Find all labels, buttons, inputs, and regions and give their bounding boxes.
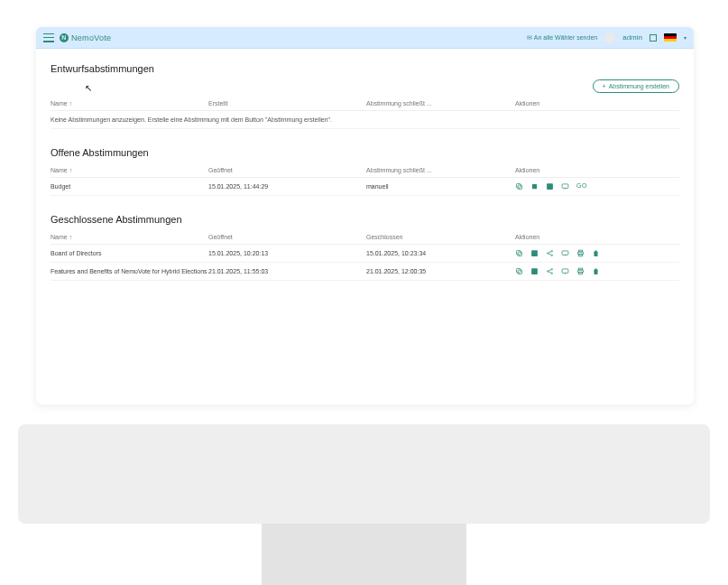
svg-point-19 <box>551 269 553 271</box>
col-closes[interactable]: Abstimmung schließt ... <box>366 100 515 107</box>
copy-icon[interactable] <box>515 249 523 257</box>
copy-icon[interactable] <box>515 182 523 190</box>
col-opened[interactable]: Geöffnet <box>208 167 366 173</box>
cell-name: Board of Directors <box>51 250 208 256</box>
row-actions: GO <box>515 182 679 190</box>
cell-opened: 15.01.2025, 11:44:29 <box>208 183 366 190</box>
svg-rect-7 <box>531 250 538 256</box>
closed-table-header: Name Geöffnet Geschlossen Aktionen <box>51 230 679 245</box>
col-actions: Aktionen <box>515 167 679 173</box>
results-icon[interactable] <box>530 249 539 257</box>
monitor-stand <box>262 524 466 585</box>
delete-icon[interactable] <box>592 267 600 275</box>
print-icon[interactable] <box>576 267 585 275</box>
draft-table-header: Name Erstellt Abstimmung schließt ... Ak… <box>51 97 679 111</box>
svg-rect-6 <box>517 251 521 255</box>
presentation-icon[interactable] <box>561 267 569 275</box>
col-opened[interactable]: Geöffnet <box>208 234 366 240</box>
monitor-bezel <box>18 424 710 524</box>
cell-closed: 21.01.2025, 12:00:35 <box>366 268 515 274</box>
svg-rect-1 <box>517 184 521 189</box>
svg-point-20 <box>551 273 553 274</box>
closed-section-title: Geschlossene Abstimmungen <box>51 214 679 225</box>
col-closes[interactable]: Abstimmung schließt ... <box>366 167 515 173</box>
send-icon: ✉ <box>527 34 532 42</box>
svg-rect-4 <box>562 184 568 189</box>
col-name[interactable]: Name <box>51 167 208 173</box>
svg-rect-16 <box>517 269 521 274</box>
row-actions <box>515 267 679 275</box>
share-icon[interactable] <box>546 267 554 275</box>
open-section-title: Offene Abstimmungen <box>51 147 679 158</box>
svg-point-9 <box>551 251 553 253</box>
svg-rect-2 <box>532 184 537 189</box>
topbar: N NemoVote ✉ An alle Wähler senden admin… <box>36 27 694 49</box>
send-label: An alle Wähler senden <box>534 34 597 41</box>
results-icon[interactable] <box>530 267 539 275</box>
col-created[interactable]: Erstellt <box>208 100 366 107</box>
hamburger-menu-icon[interactable] <box>43 33 54 42</box>
chevron-down-icon[interactable]: ▾ <box>684 34 687 41</box>
flag-de-icon[interactable] <box>664 33 677 42</box>
cell-closed: 15.01.2025, 10:23:34 <box>366 250 515 256</box>
col-actions: Aktionen <box>515 100 679 107</box>
svg-rect-11 <box>562 251 568 255</box>
stop-icon[interactable] <box>530 182 539 190</box>
cell-name: Features and Benefits of NemoVote for Hy… <box>51 268 208 274</box>
create-vote-label: Abstimmung erstellen <box>609 83 669 89</box>
create-vote-button[interactable]: + Abstimmung erstellen <box>593 79 679 93</box>
draft-section-title: Entwurfsabstimmungen <box>51 63 679 74</box>
cell-closes: manuell <box>366 183 515 190</box>
cell-opened: 15.01.2025, 10:20:13 <box>208 250 366 256</box>
cell-name: Budget <box>51 183 208 190</box>
cell-opened: 21.01.2025, 11:55:03 <box>208 268 366 274</box>
brand-logo[interactable]: N NemoVote <box>60 33 111 42</box>
plus-icon: + <box>603 83 606 89</box>
presentation-icon[interactable] <box>561 182 569 190</box>
open-table-header: Name Geöffnet Abstimmung schließt ... Ak… <box>51 163 679 178</box>
results-icon[interactable] <box>546 182 554 190</box>
draft-empty-message: Keine Abstimmungen anzuzeigen. Erstelle … <box>51 111 679 129</box>
svg-rect-5 <box>518 252 522 256</box>
share-icon[interactable] <box>546 249 554 257</box>
app-screen: N NemoVote ✉ An alle Wähler senden admin… <box>36 27 694 404</box>
copy-icon[interactable] <box>515 267 523 275</box>
logo-badge-icon: N <box>60 33 69 42</box>
fullscreen-icon[interactable] <box>650 34 657 42</box>
col-name[interactable]: Name <box>51 100 208 107</box>
svg-point-8 <box>548 253 549 255</box>
row-actions <box>515 249 679 257</box>
col-name[interactable]: Name <box>51 234 208 240</box>
svg-rect-0 <box>518 185 522 190</box>
presentation-icon[interactable] <box>561 249 569 257</box>
svg-point-18 <box>548 271 549 273</box>
table-row: Board of Directors 15.01.2025, 10:20:13 … <box>51 245 679 263</box>
print-icon[interactable] <box>576 249 585 257</box>
delete-icon[interactable] <box>592 249 600 257</box>
col-actions: Aktionen <box>515 234 679 240</box>
svg-rect-21 <box>562 269 568 274</box>
svg-point-10 <box>551 255 553 256</box>
svg-rect-17 <box>531 268 538 274</box>
svg-rect-3 <box>547 183 553 190</box>
avatar-icon[interactable] <box>604 32 615 43</box>
brand-name: NemoVote <box>71 33 111 42</box>
col-closed[interactable]: Geschlossen <box>366 234 515 240</box>
topbar-right: ✉ An alle Wähler senden admin ▾ <box>527 32 687 43</box>
go-button[interactable]: GO <box>576 182 587 190</box>
table-row: Features and Benefits of NemoVote for Hy… <box>51 263 679 281</box>
username[interactable]: admin <box>622 33 642 42</box>
send-to-voters-link[interactable]: ✉ An alle Wähler senden <box>527 34 597 42</box>
content: Entwurfsabstimmungen + Abstimmung erstel… <box>36 49 694 290</box>
svg-rect-15 <box>518 270 522 274</box>
table-row: Budget 15.01.2025, 11:44:29 manuell GO <box>51 178 679 196</box>
